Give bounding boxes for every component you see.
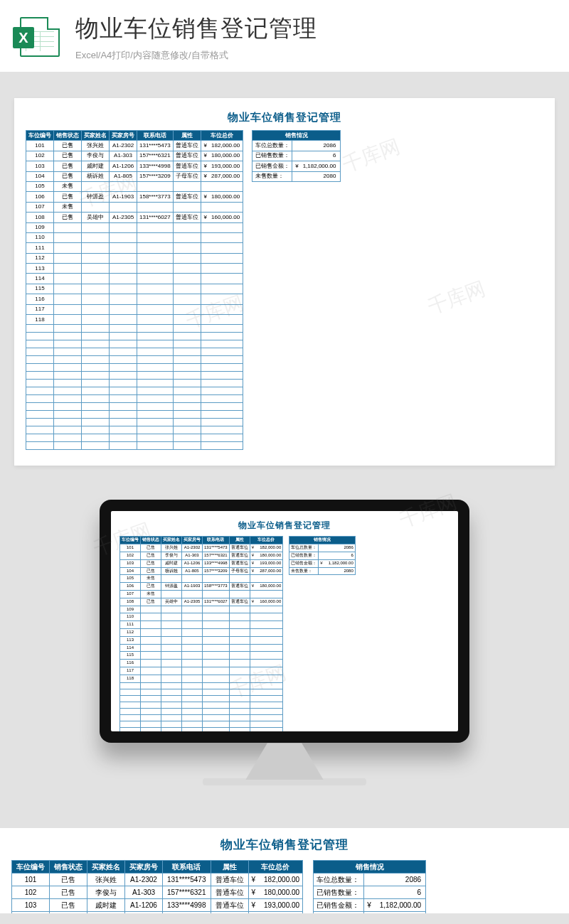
col-header: 联系电话 bbox=[137, 131, 174, 141]
table-row: 103已售戚时建A1-1206133****4998普通车位¥193,000.0… bbox=[120, 559, 283, 567]
table-row bbox=[26, 387, 243, 395]
table-row: 115 bbox=[120, 652, 283, 660]
summary-header: 销售情况 bbox=[289, 537, 356, 544]
table-row: 105未售 bbox=[26, 181, 243, 191]
table-row bbox=[26, 419, 243, 426]
summary-row: 已销售金额：¥1,182,000.00 bbox=[289, 559, 356, 567]
table-row: 104已售杨诉姓A1-805157****3209子母车位¥287,000.00 bbox=[120, 567, 283, 575]
table-row: 117 bbox=[26, 304, 243, 314]
table-row bbox=[26, 395, 243, 403]
table-row: 118 bbox=[26, 315, 243, 325]
col-header: 属性 bbox=[211, 861, 248, 874]
table-row: 108已售吴雄中A1-2305131****6027普通车位¥160,000.0… bbox=[26, 213, 243, 222]
page-subtitle: Excel/A4打印/内容随意修改/自带格式 bbox=[75, 49, 549, 62]
summary-row: 未售数量：2080 bbox=[314, 912, 426, 914]
table-row: 112 bbox=[120, 628, 283, 636]
summary-row: 车位总数量：2086 bbox=[314, 874, 426, 886]
table-row bbox=[120, 708, 283, 714]
table-row bbox=[26, 364, 243, 372]
table-row bbox=[120, 714, 283, 721]
col-header: 销售状态 bbox=[50, 861, 87, 874]
table-row bbox=[26, 426, 243, 434]
summary-row: 已销售金额：¥1,182,000.00 bbox=[314, 899, 426, 912]
table-row: 103已售戚时建A1-1206133****4998普通车位¥193,000.0… bbox=[12, 899, 303, 912]
summary-row: 已销售数量：6 bbox=[289, 552, 356, 560]
table-row: 105未售 bbox=[120, 575, 283, 583]
col-header: 买家姓名 bbox=[87, 861, 125, 874]
table-row: 111 bbox=[120, 621, 283, 629]
table-row: 114 bbox=[120, 644, 283, 652]
summary-header: 销售情况 bbox=[252, 131, 341, 141]
table-row: 107未售 bbox=[26, 202, 243, 212]
col-header: 买家房号 bbox=[182, 537, 203, 544]
summary-row: 未售数量：2080 bbox=[289, 567, 356, 575]
main-table: 车位编号销售状态买家姓名买家房号联系电话属性车位总价101已售张兴姓A1-230… bbox=[26, 130, 243, 450]
table-row: 101已售张兴姓A1-2302131****5473普通车位¥182,000.0… bbox=[120, 544, 283, 552]
excel-icon: X bbox=[20, 17, 60, 57]
table-row: 113 bbox=[26, 264, 243, 274]
col-header: 销售状态 bbox=[54, 131, 82, 141]
monitor-mockup: 物业车位销售登记管理车位编号销售状态买家姓名买家房号联系电话属性车位总价101已… bbox=[0, 500, 569, 785]
table-row bbox=[26, 333, 243, 340]
table-row bbox=[26, 348, 243, 356]
sheet-title: 物业车位销售登记管理 bbox=[26, 111, 543, 124]
table-row: 110 bbox=[26, 232, 243, 242]
summary-row: 已销售数量：6 bbox=[252, 151, 341, 161]
col-header: 属性 bbox=[229, 537, 250, 544]
table-row bbox=[26, 442, 243, 450]
col-header: 车位编号 bbox=[26, 131, 54, 141]
table-row bbox=[120, 727, 283, 731]
table-row bbox=[26, 411, 243, 419]
main-table: 车位编号销售状态买家姓名买家房号联系电话属性车位总价101已售张兴姓A1-230… bbox=[11, 860, 303, 913]
summary-row: 已销售金额：¥1,182,000.00 bbox=[252, 161, 341, 171]
main-table: 车位编号销售状态买家姓名买家房号联系电话属性车位总价101已售张兴姓A1-230… bbox=[119, 536, 283, 731]
table-row bbox=[26, 356, 243, 364]
table-row bbox=[120, 689, 283, 695]
col-header: 销售状态 bbox=[141, 537, 161, 544]
table-row: 104已售杨诉姓A1-805157****3209子母车位¥287,000.00 bbox=[12, 912, 303, 914]
table-row: 107未售 bbox=[120, 591, 283, 598]
col-header: 联系电话 bbox=[203, 537, 230, 544]
table-row: 110 bbox=[120, 613, 283, 621]
table-row: 102已售李俊与A1-303157****6321普通车位¥180,000.00 bbox=[120, 552, 283, 560]
table-row: 101已售张兴姓A1-2302131****5473普通车位¥182,000.0… bbox=[12, 874, 303, 886]
summary-table: 销售情况车位总数量：2086已销售数量：6已销售金额：¥1,182,000.00… bbox=[289, 536, 356, 575]
table-row: 101已售张兴姓A1-2302131****5473普通车位¥182,000.0… bbox=[26, 141, 243, 151]
col-header: 车位编号 bbox=[12, 861, 50, 874]
col-header: 车位编号 bbox=[120, 537, 141, 544]
table-row: 111 bbox=[26, 243, 243, 253]
col-header: 联系电话 bbox=[163, 861, 211, 874]
table-row: 102已售李俊与A1-303157****6321普通车位¥180,000.00 bbox=[26, 151, 243, 161]
page-title: 物业车位销售登记管理 bbox=[75, 13, 549, 45]
table-row bbox=[26, 380, 243, 387]
table-row bbox=[120, 682, 283, 689]
table-row: 112 bbox=[26, 253, 243, 263]
summary-header: 销售情况 bbox=[314, 861, 426, 874]
summary-row: 未售数量：2080 bbox=[252, 171, 341, 181]
col-header: 属性 bbox=[173, 131, 201, 141]
summary-table: 销售情况车位总数量：2086已销售数量：6已销售金额：¥1,182,000.00… bbox=[313, 860, 426, 913]
table-row: 102已售李俊与A1-303157****6321普通车位¥180,000.00 bbox=[12, 886, 303, 899]
table-row bbox=[120, 695, 283, 702]
summary-table: 销售情况车位总数量：2086已销售数量：6已销售金额：¥1,182,000.00… bbox=[252, 130, 341, 182]
table-row: 109 bbox=[26, 222, 243, 232]
table-row: 108已售吴雄中A1-2305131****6027普通车位¥160,000.0… bbox=[120, 598, 283, 606]
col-header: 买家姓名 bbox=[82, 131, 110, 141]
table-row bbox=[26, 340, 243, 348]
table-row: 109 bbox=[120, 606, 283, 613]
bottom-crop-preview: 物业车位销售登记管理车位编号销售状态买家姓名买家房号联系电话属性车位总价101已… bbox=[0, 828, 569, 913]
sheet-title: 物业车位销售登记管理 bbox=[119, 520, 450, 532]
spreadsheet-preview-card: 物业车位销售登记管理车位编号销售状态买家姓名买家房号联系电话属性车位总价101已… bbox=[14, 98, 555, 466]
table-row: 104已售杨诉姓A1-805157****3209子母车位¥287,000.00 bbox=[26, 171, 243, 181]
table-row bbox=[26, 372, 243, 380]
col-header: 车位总价 bbox=[250, 537, 283, 544]
table-row: 116 bbox=[120, 660, 283, 667]
summary-row: 已销售数量：6 bbox=[314, 886, 426, 899]
table-row: 106已售钟源盈A1-1903158****3773普通车位¥180,000.0… bbox=[26, 192, 243, 202]
summary-row: 车位总数量：2086 bbox=[252, 141, 341, 151]
table-row bbox=[26, 325, 243, 333]
banner: X 物业车位销售登记管理 Excel/A4打印/内容随意修改/自带格式 bbox=[0, 0, 569, 72]
table-row bbox=[120, 702, 283, 708]
table-row bbox=[26, 434, 243, 442]
col-header: 买家姓名 bbox=[161, 537, 182, 544]
